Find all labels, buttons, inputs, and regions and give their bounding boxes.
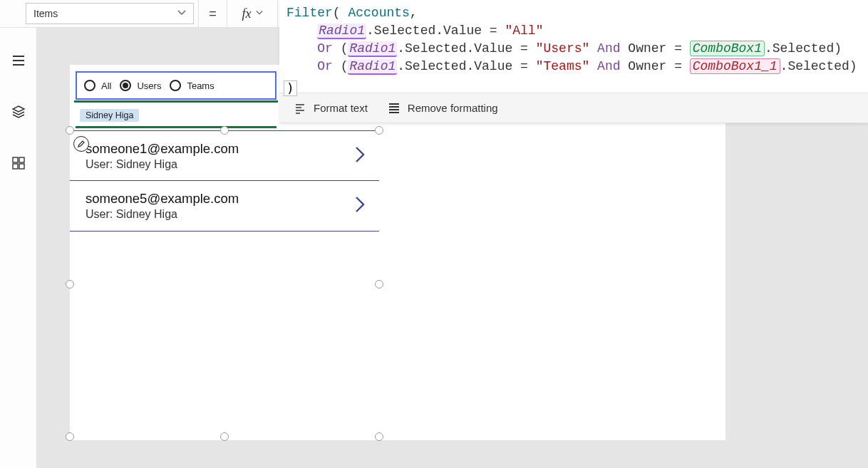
remove-formatting-icon — [388, 102, 401, 115]
format-text-label: Format text — [314, 102, 368, 114]
chevron-right-icon[interactable] — [353, 145, 366, 167]
ref-radio1: Radio1 — [348, 59, 397, 75]
svg-rect-3 — [19, 164, 24, 169]
radio-unchecked-icon — [170, 80, 181, 91]
radio-control[interactable]: All Users Teams — [76, 71, 277, 100]
remove-formatting-button[interactable]: Remove formatting — [388, 102, 498, 115]
property-dropdown[interactable]: Items — [26, 3, 194, 24]
gallery-row-text: someone1@example.com User: Sidney Higa — [86, 141, 239, 171]
gallery-control[interactable]: someone1@example.com User: Sidney Higa s… — [70, 130, 379, 437]
svg-rect-0 — [13, 157, 18, 162]
gallery-row-subtitle: User: Sidney Higa — [86, 208, 239, 221]
property-dropdown-value: Items — [33, 8, 58, 19]
gallery-row[interactable]: someone1@example.com User: Sidney Higa — [70, 130, 379, 181]
hamburger-icon[interactable] — [9, 51, 29, 71]
selection-handle[interactable] — [375, 280, 383, 288]
format-text-icon — [294, 102, 306, 115]
gallery-row-subtitle: User: Sidney Higa — [86, 158, 239, 171]
radio-unchecked-icon — [84, 80, 95, 91]
string-teams: "Teams" — [536, 59, 590, 73]
gallery-row[interactable]: someone5@example.com User: Sidney Higa — [70, 181, 379, 232]
equals-label: = — [198, 0, 227, 27]
radio-label: Users — [137, 80, 161, 91]
gallery-row-title: someone5@example.com — [86, 191, 239, 207]
matching-paren-icon: ) — [284, 80, 297, 96]
combobox-chip[interactable]: Sidney Higa — [80, 109, 139, 122]
radio-label: All — [101, 80, 111, 91]
radio-option-users[interactable]: Users — [120, 80, 161, 91]
property-selector-wrap: Items — [0, 0, 198, 27]
svg-rect-2 — [13, 164, 18, 169]
layers-icon[interactable] — [9, 102, 29, 122]
fx-label: fx — [242, 6, 252, 21]
formula-fn: Filter — [286, 6, 333, 20]
paren-open: ( — [333, 6, 341, 20]
selection-handle[interactable] — [66, 280, 74, 288]
formula-editor[interactable]: Filter( Accounts, Radio1.Selected.Value … — [279, 0, 868, 93]
radio-option-teams[interactable]: Teams — [170, 80, 214, 91]
chevron-right-icon[interactable] — [353, 195, 366, 217]
selection-handle[interactable] — [66, 126, 74, 135]
radio-option-all[interactable]: All — [84, 80, 111, 91]
fx-button[interactable]: fx — [227, 0, 278, 27]
combobox-control[interactable]: Sidney Higa — [76, 105, 277, 128]
selection-handle[interactable] — [375, 432, 383, 441]
formula-datasource: Accounts — [348, 6, 409, 20]
format-text-button[interactable]: Format text — [294, 102, 368, 115]
gallery-row-text: someone5@example.com User: Sidney Higa — [86, 191, 239, 221]
selection-handle[interactable] — [66, 432, 74, 441]
ref-combobox1-1: ComboBox1_1 — [690, 58, 780, 74]
chevron-down-icon — [177, 8, 186, 19]
selection-handle[interactable] — [375, 126, 383, 135]
svg-rect-1 — [19, 157, 24, 162]
remove-formatting-label: Remove formatting — [408, 102, 498, 114]
ref-radio1: Radio1 — [348, 41, 397, 57]
gallery-row-title: someone1@example.com — [86, 141, 239, 157]
selection-handle[interactable] — [220, 126, 229, 135]
chevron-down-icon — [256, 9, 263, 18]
formula-toolbar: Format text Remove formatting — [279, 93, 868, 123]
formula-editor-panel: Filter( Accounts, Radio1.Selected.Value … — [279, 0, 868, 123]
ref-radio1: Radio1 — [317, 24, 366, 39]
edit-template-icon[interactable] — [73, 136, 89, 152]
divider — [74, 100, 278, 103]
string-users: "Users" — [536, 41, 590, 56]
ref-combobox1: ComboBox1 — [690, 41, 765, 56]
selection-handle[interactable] — [220, 432, 229, 441]
left-rail — [0, 28, 37, 468]
radio-label: Teams — [187, 80, 214, 91]
string-all: "All" — [505, 24, 543, 38]
components-icon[interactable] — [9, 153, 29, 173]
radio-checked-icon — [120, 80, 131, 91]
